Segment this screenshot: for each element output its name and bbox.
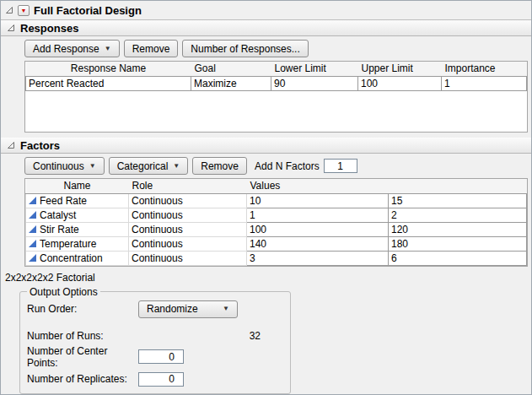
factor-name: Concentration — [40, 252, 103, 264]
factor-name-cell[interactable]: Temperature — [26, 236, 129, 251]
factors-section-header[interactable]: Factors — [1, 138, 531, 154]
factors-header-row: Name Role Values — [26, 179, 527, 193]
run-order-dropdown[interactable]: Randomize ▼ — [138, 300, 238, 318]
factor-role-cell[interactable]: Continuous — [129, 193, 247, 208]
dropdown-arrow-icon: ▼ — [89, 163, 96, 170]
page-title: Full Factorial Design — [34, 4, 142, 17]
factors-section-body: Continuous ▼ Categorical ▼ Remove Add N … — [24, 157, 531, 267]
categorical-dropdown-button[interactable]: Categorical ▼ — [109, 157, 189, 175]
continuous-factor-icon — [29, 197, 36, 204]
factor-role-cell[interactable]: Continuous — [129, 208, 247, 222]
response-lower-limit-cell[interactable]: 90 — [271, 76, 358, 90]
factor-name-cell[interactable]: Catalyst — [26, 208, 129, 222]
dropdown-arrow-icon: ▼ — [223, 306, 229, 312]
responses-table-panel: Response Name Goal Lower Limit Upper Lim… — [24, 61, 528, 133]
run-order-label: Run Order: — [27, 303, 138, 315]
responses-disclosure-icon[interactable] — [7, 24, 15, 32]
col-importance: Importance — [442, 62, 527, 76]
factor-role-cell[interactable]: Continuous — [129, 236, 247, 251]
factor-row: Temperature Continuous 140 180 — [26, 236, 527, 251]
factor-row: Stir Rate Continuous 100 120 — [26, 222, 527, 236]
red-triangle-menu-icon[interactable]: ▼ — [18, 5, 30, 16]
continuous-factor-icon — [29, 254, 36, 262]
factor-name: Feed Rate — [40, 195, 87, 207]
factor-role-cell[interactable]: Continuous — [129, 222, 247, 236]
col-name: Name — [26, 179, 129, 193]
responses-table: Response Name Goal Lower Limit Upper Lim… — [25, 62, 527, 91]
remove-response-button[interactable]: Remove — [124, 40, 179, 57]
responses-section-body: Add Response ▼ Remove Number of Response… — [24, 40, 531, 133]
output-options-legend: Output Options — [27, 286, 100, 298]
replicates-label: Number of Replicates: — [27, 373, 138, 385]
responses-section-header[interactable]: Responses — [1, 20, 531, 36]
factor-high-value-cell[interactable]: 2 — [389, 208, 527, 222]
col-values: Values — [247, 179, 527, 193]
replicates-input[interactable] — [138, 372, 184, 387]
factors-table: Name Role Values Feed Rate Continuous 10… — [25, 179, 527, 266]
factor-name-cell[interactable]: Concentration — [26, 251, 129, 265]
full-factorial-design-window: ▼ Full Factorial Design Responses Add Re… — [0, 0, 532, 395]
continuous-factor-icon — [29, 225, 36, 233]
center-points-label: Number of Center Points: — [27, 345, 138, 369]
factor-low-value-cell[interactable]: 10 — [247, 193, 389, 208]
run-order-value: Randomize — [147, 303, 198, 315]
center-points-input[interactable] — [138, 349, 184, 364]
factor-row: Catalyst Continuous 1 2 — [26, 208, 527, 222]
response-goal-cell[interactable]: Maximize — [191, 76, 271, 90]
factor-name: Stir Rate — [40, 224, 79, 235]
categorical-label: Categorical — [117, 160, 169, 172]
factor-name: Temperature — [40, 238, 96, 250]
factors-table-panel: Name Role Values Feed Rate Continuous 10… — [24, 178, 528, 267]
response-row: Percent Reacted Maximize 90 100 1 — [26, 76, 527, 90]
factor-name: Catalyst — [40, 209, 76, 221]
spacer — [27, 322, 283, 327]
col-goal: Goal — [191, 62, 271, 76]
number-of-runs-label: Number of Runs: — [27, 330, 138, 342]
factor-row: Feed Rate Continuous 10 15 — [26, 193, 527, 208]
add-response-button[interactable]: Add Response ▼ — [24, 40, 120, 57]
factor-low-value-cell[interactable]: 100 — [247, 222, 389, 236]
factor-high-value-cell[interactable]: 15 — [389, 193, 527, 208]
responses-header-row: Response Name Goal Lower Limit Upper Lim… — [26, 62, 527, 76]
add-n-factors-input[interactable] — [324, 159, 357, 173]
factors-disclosure-icon[interactable] — [7, 141, 15, 149]
disclosure-triangle-icon[interactable] — [5, 6, 13, 14]
factors-header-label: Factors — [20, 139, 60, 152]
dropdown-arrow-icon: ▼ — [173, 163, 180, 170]
col-lower-limit: Lower Limit — [271, 62, 358, 76]
factor-low-value-cell[interactable]: 1 — [247, 208, 389, 222]
outline-title-bar: ▼ Full Factorial Design — [1, 1, 531, 20]
factor-high-value-cell[interactable]: 6 — [389, 251, 527, 265]
number-of-responses-button[interactable]: Number of Responses... — [182, 40, 308, 57]
response-name-cell[interactable]: Percent Reacted — [26, 76, 191, 90]
continuous-factor-icon — [29, 240, 36, 247]
continuous-label: Continuous — [33, 160, 84, 172]
remove-factor-button[interactable]: Remove — [192, 157, 247, 175]
responses-header-label: Responses — [20, 22, 78, 35]
col-upper-limit: Upper Limit — [358, 62, 442, 76]
factor-low-value-cell[interactable]: 3 — [247, 251, 389, 265]
responses-button-row: Add Response ▼ Remove Number of Response… — [24, 40, 531, 57]
factor-low-value-cell[interactable]: 140 — [247, 236, 389, 251]
col-response-name: Response Name — [26, 62, 191, 76]
output-options-group: Output Options Run Order: Randomize ▼ Nu… — [19, 286, 291, 394]
dropdown-arrow-icon: ▼ — [105, 46, 111, 52]
factors-button-row: Continuous ▼ Categorical ▼ Remove Add N … — [24, 157, 531, 175]
add-response-label: Add Response — [33, 43, 99, 55]
factor-role-cell[interactable]: Continuous — [129, 251, 247, 265]
design-summary-label: 2x2x2x2x2 Factorial — [5, 272, 531, 284]
response-importance-cell[interactable]: 1 — [442, 76, 527, 90]
factor-high-value-cell[interactable]: 180 — [389, 236, 527, 251]
output-options-grid: Run Order: Randomize ▼ Number of Runs: 3… — [27, 300, 283, 387]
factor-name-cell[interactable]: Feed Rate — [26, 193, 129, 208]
continuous-dropdown-button[interactable]: Continuous ▼ — [24, 157, 105, 175]
add-n-factors-label: Add N Factors — [255, 160, 320, 172]
col-role: Role — [129, 179, 247, 193]
factor-name-cell[interactable]: Stir Rate — [26, 222, 129, 236]
factor-row: Concentration Continuous 3 6 — [26, 251, 527, 265]
continuous-factor-icon — [29, 211, 36, 219]
number-of-runs-value: 32 — [138, 330, 261, 342]
factor-high-value-cell[interactable]: 120 — [389, 222, 527, 236]
response-upper-limit-cell[interactable]: 100 — [358, 76, 442, 90]
